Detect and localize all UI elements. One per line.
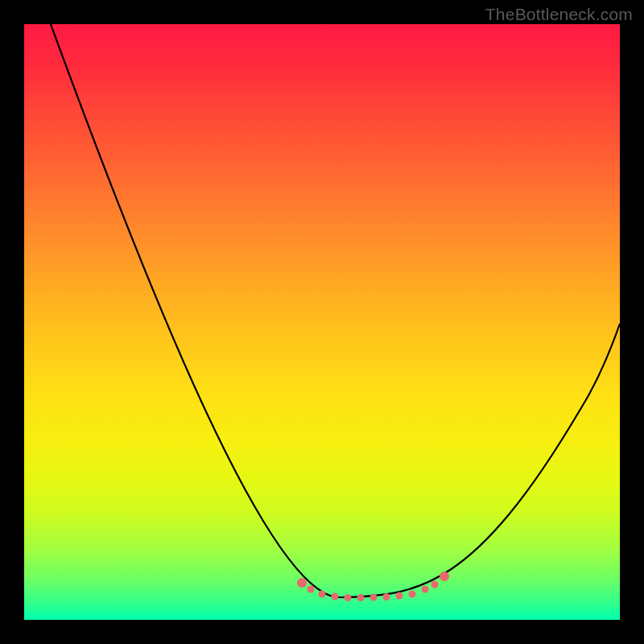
data-dot [370,594,378,601]
data-dot [396,592,403,600]
watermark-text: TheBottleneck.com [485,5,633,24]
data-dot [431,581,439,588]
plot-area [24,24,620,620]
data-dot [422,586,429,593]
data-dot [357,594,365,601]
dot-group [297,572,449,601]
bottleneck-curve [51,24,620,597]
data-dot [297,578,307,588]
data-dot [383,593,390,601]
data-dot [308,586,315,593]
data-dot [319,591,326,598]
data-dot [332,593,339,601]
data-dot [440,572,449,581]
chart-svg [24,24,620,620]
chart-frame: TheBottleneck.com [0,0,644,644]
data-dot [345,594,352,601]
data-dot [409,591,416,598]
